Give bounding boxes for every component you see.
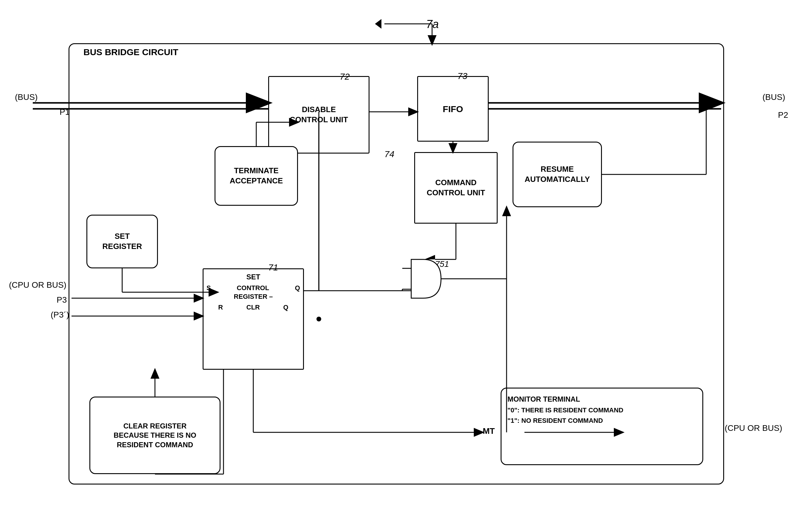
set-register-box: SET REGISTER [86, 215, 158, 268]
ref-72: 72 [340, 72, 349, 82]
cpu-bus-in-label: (CPU OR BUS) [9, 280, 66, 290]
mt-label: MT [483, 426, 495, 436]
command-control-unit-box: COMMAND CONTROL UNIT [414, 152, 498, 224]
cpu-bus-out-label: (CPU OR BUS) [725, 423, 782, 433]
terminate-acceptance-box: TERMINATE ACCEPTANCE [215, 146, 298, 206]
p3prime-label: (P3´) [51, 310, 69, 320]
p1-label: P1 [60, 107, 70, 117]
bus-bridge-label: BUS BRIDGE CIRCUIT [83, 47, 178, 57]
diagram-container: 7a BUS BRIDGE CIRCUIT DISABLE CONTROL UN… [0, 0, 812, 520]
bus-in-label: (BUS) [15, 93, 37, 102]
ref-71: 71 [268, 262, 278, 272]
p2-label: P2 [778, 110, 788, 120]
monitor-terminal-box: MONITOR TERMINAL "0": THERE IS RESIDENT … [501, 388, 703, 465]
bus-out-label: (BUS) [762, 93, 785, 102]
junction-dot [316, 317, 321, 321]
clear-register-box: CLEAR REGISTER BECAUSE THERE IS NO RESID… [89, 396, 221, 474]
ref-73: 73 [457, 71, 467, 81]
p3-label: P3 [57, 295, 67, 305]
fifo-box: FIFO [417, 76, 489, 141]
resume-automatically-box: RESUME AUTOMATICALLY [512, 141, 602, 207]
disable-control-unit-box: DISABLE CONTROL UNIT [268, 76, 369, 154]
ref-74: 74 [384, 149, 394, 159]
ref-751: 751 [435, 259, 449, 269]
ref-7a-label: 7a [426, 18, 439, 31]
set-control-register-box: SET SCONTROLQ REGISTER – RCLRQ [203, 268, 304, 370]
